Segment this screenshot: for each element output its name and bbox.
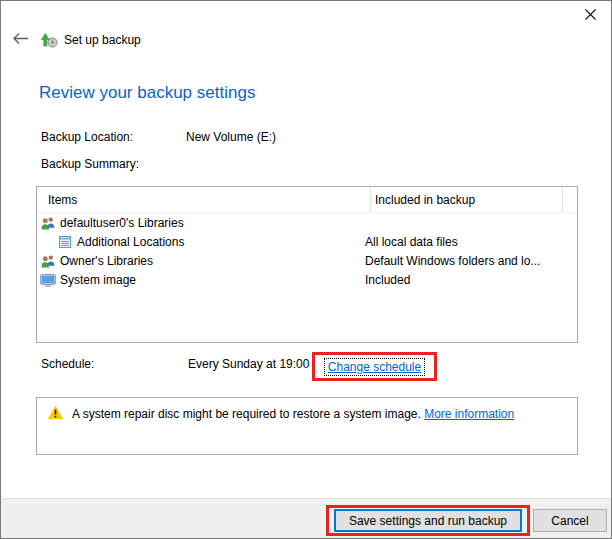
- setup-backup-window: Set up backup Review your backup setting…: [0, 0, 612, 539]
- backup-summary-table: Items Included in backup defaultuser0's …: [36, 186, 578, 343]
- annotation-box-schedule: Change schedule: [312, 352, 437, 381]
- save-settings-button[interactable]: Save settings and run backup: [334, 509, 522, 532]
- item-label: Additional Locations: [77, 235, 184, 249]
- close-button[interactable]: [579, 6, 601, 26]
- back-arrow-icon: [12, 32, 29, 48]
- table-row[interactable]: System image Included: [37, 270, 577, 289]
- warning-triangle-icon: [47, 405, 64, 420]
- cancel-button[interactable]: Cancel: [533, 509, 607, 532]
- warning-box: A system repair disc might be required t…: [36, 397, 578, 455]
- nav-header: Set up backup: [12, 32, 141, 48]
- users-icon: [40, 253, 56, 269]
- schedule-value: Every Sunday at 19:00: [188, 357, 309, 371]
- backup-location-value: New Volume (E:): [186, 130, 276, 144]
- included-value: Default Windows folders and lo...: [365, 251, 540, 270]
- users-icon: [40, 215, 56, 231]
- table-header: Items Included in backup: [37, 187, 577, 213]
- backup-summary-label: Backup Summary:: [41, 157, 139, 171]
- table-row[interactable]: Additional Locations All local data file…: [37, 232, 577, 251]
- locations-icon: [57, 234, 73, 250]
- annotation-box-save: Save settings and run backup: [326, 505, 530, 536]
- table-row[interactable]: Owner's Libraries Default Windows folder…: [37, 251, 577, 270]
- table-row[interactable]: defaultuser0's Libraries: [37, 213, 577, 232]
- column-divider: [562, 187, 563, 212]
- backup-app-icon: [40, 32, 58, 48]
- change-schedule-link[interactable]: Change schedule: [325, 359, 424, 375]
- backup-location-label: Backup Location:: [41, 130, 133, 144]
- column-header-items[interactable]: Items: [37, 187, 370, 212]
- warning-message: A system repair disc might be required t…: [72, 407, 421, 421]
- item-label: Owner's Libraries: [60, 254, 153, 268]
- more-information-link[interactable]: More information: [424, 407, 514, 421]
- included-value: Included: [365, 270, 410, 289]
- column-header-included[interactable]: Included in backup: [371, 187, 562, 212]
- schedule-label: Schedule:: [41, 357, 94, 371]
- window-title: Set up backup: [64, 33, 141, 47]
- back-button[interactable]: [12, 32, 29, 48]
- page-title: Review your backup settings: [39, 83, 255, 103]
- close-icon: [584, 8, 597, 24]
- item-label: defaultuser0's Libraries: [60, 216, 184, 230]
- included-value: All local data files: [365, 232, 458, 251]
- item-label: System image: [60, 273, 136, 287]
- monitor-icon: [40, 272, 56, 288]
- warning-text: A system repair disc might be required t…: [72, 407, 514, 421]
